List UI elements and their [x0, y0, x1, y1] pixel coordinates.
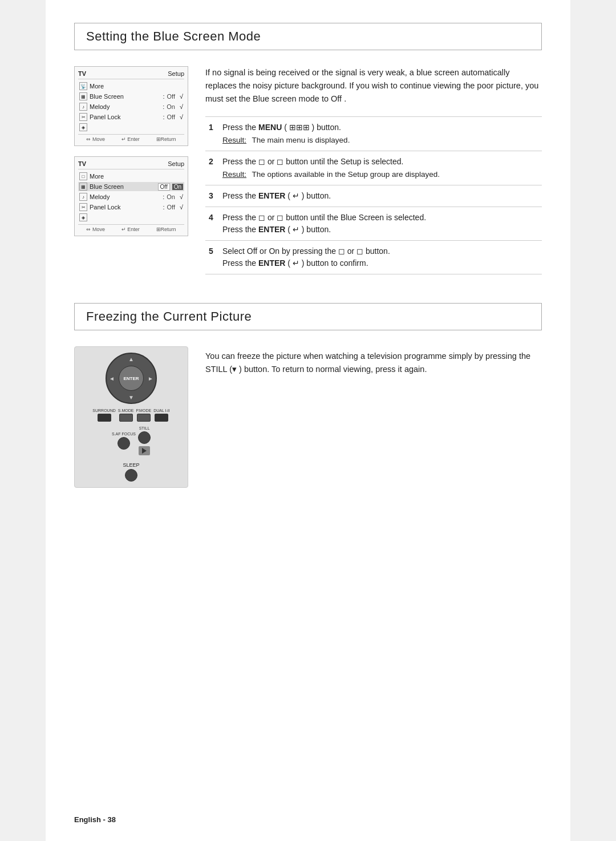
dual-group: DUAL I-II — [153, 409, 170, 422]
step-1-row: 1 Press the MENU ( ⊞⊞⊞ ) button. Result:… — [205, 116, 542, 151]
remote-image: ▲ ▼ ◄ ► ENTER SURROUND — [74, 346, 188, 488]
screen2-on-box: On — [172, 184, 183, 190]
pmode-btn[interactable] — [137, 414, 151, 422]
remote-column: ▲ ▼ ◄ ► ENTER SURROUND — [74, 346, 188, 488]
screen2-move: ⇔ Move — [86, 227, 105, 232]
screen2-blue-screen-row: ▦ Blue Screen Off On — [78, 182, 184, 191]
screen1-blue-label: Blue Screen — [90, 93, 160, 100]
screen2-return: ⊞Return — [156, 227, 176, 232]
screen2-more-row: □ More — [78, 172, 184, 181]
dual-btn[interactable] — [155, 414, 168, 422]
still-btn[interactable] — [138, 431, 151, 444]
blue-screen-title: Setting the Blue Screen Mode — [74, 23, 542, 50]
step-5-content: Select Off or On by pressing the ◻ or ◻ … — [219, 241, 542, 274]
still-group: STILL — [138, 426, 151, 455]
screen1-melody-row: ♪ Melody : On √ — [78, 102, 184, 111]
freezing-title: Freezing the Current Picture — [74, 303, 542, 330]
screen1-panel-sep: : — [163, 114, 164, 120]
step-3-content: Press the ENTER ( ↵ ) button. — [219, 185, 542, 207]
screen2-header: TV Setup — [78, 160, 184, 169]
screen1-menu: 📡 More ▦ Blue Screen : Off √ ♪ Melo — [78, 82, 184, 132]
freeze-intro-text: You can freeze the picture when watching… — [205, 350, 542, 376]
tv-screen-2: TV Setup □ More ▦ Blue Screen Off On — [74, 156, 188, 236]
instructions-column: If no signal is being received or the si… — [205, 66, 542, 274]
screen1-sound-icon: ♪ — [79, 103, 87, 111]
surround-group: SURROUND — [92, 409, 115, 422]
result-text-2: The options available in the Setup group… — [252, 170, 440, 179]
screen1-enter: ↵ Enter — [121, 136, 140, 142]
surround-btn[interactable] — [98, 414, 111, 422]
saf-focus-btn[interactable] — [117, 437, 130, 450]
step-1-num: 1 — [205, 116, 219, 151]
screen2-panel-sep: : — [163, 204, 164, 211]
step-4-text2: Press the ENTER ( ↵ ) button. — [222, 225, 331, 234]
screen2-footer: ⇔ Move ↵ Enter ⊞Return — [78, 224, 184, 232]
step-5-num: 5 — [205, 241, 219, 274]
screen1-extra-icon: ◈ — [79, 123, 87, 131]
screen1-melody-check: √ — [180, 103, 183, 110]
step-2-result: Result: The options available in the Set… — [222, 169, 538, 180]
screen1-panel-check: √ — [180, 114, 183, 120]
step-5-text: Select Off or On by pressing the ◻ or ◻ … — [222, 246, 390, 256]
step-4-row: 4 Press the ◻ or ◻ button until the Blue… — [205, 207, 542, 241]
blue-screen-intro: If no signal is being received or the si… — [205, 66, 542, 106]
result-label-1: Result: — [222, 136, 246, 144]
dual-label: DUAL I-II — [153, 409, 170, 413]
blue-screen-section: Setting the Blue Screen Mode TV Setup 📡 … — [74, 23, 542, 274]
pmode-label: P.MODE — [136, 409, 151, 413]
step-2-content: Press the ◻ or ◻ button until the Setup … — [219, 151, 542, 185]
step-5-row: 5 Select Off or On by pressing the ◻ or … — [205, 241, 542, 274]
screen2-blue-label: Blue Screen — [90, 183, 153, 190]
step-3-row: 3 Press the ENTER ( ↵ ) button. — [205, 185, 542, 207]
smode-btn[interactable] — [119, 414, 133, 422]
screen1-more-row: 📡 More — [78, 82, 184, 91]
sleep-btn[interactable] — [125, 469, 137, 482]
up-arrow: ▲ — [128, 356, 134, 362]
screen1-return: ⊞Return — [156, 136, 176, 142]
step-1-text: Press the MENU ( ⊞⊞⊞ ) button. — [222, 123, 341, 132]
screen2-melody-row: ♪ Melody : On √ — [78, 192, 184, 201]
screen2-menu: □ More ▦ Blue Screen Off On ♪ Melody — [78, 172, 184, 222]
screen1-footer: ⇔ Move ↵ Enter ⊞Return — [78, 134, 184, 142]
step-5-text2: Press the ENTER ( ↵ ) button to confirm. — [222, 258, 368, 268]
step-1-content: Press the MENU ( ⊞⊞⊞ ) button. Result: T… — [219, 116, 542, 151]
step-4-num: 4 — [205, 207, 219, 241]
step-2-row: 2 Press the ◻ or ◻ button until the Setu… — [205, 151, 542, 185]
sleep-label: SLEEP — [123, 462, 139, 468]
screen2-enter: ↵ Enter — [121, 227, 140, 232]
screen1-setup-label: Setup — [168, 70, 184, 77]
page-footer: English - 38 — [74, 815, 116, 824]
freezing-section: Freezing the Current Picture ▲ ▼ ◄ ► ENT… — [74, 303, 542, 488]
screen2-panel-value: Off — [167, 204, 175, 211]
directional-ring: ▲ ▼ ◄ ► ENTER — [106, 353, 157, 404]
left-arrow: ◄ — [109, 375, 115, 382]
step-3-text: Press the ENTER ( ↵ ) button. — [222, 191, 331, 200]
enter-bold-5: ENTER — [258, 258, 285, 268]
menu-bold: MENU — [258, 123, 282, 132]
enter-bold-3: ENTER — [258, 191, 285, 200]
enter-center-button[interactable]: ENTER — [119, 366, 144, 391]
freezing-content: ▲ ▼ ◄ ► ENTER SURROUND — [74, 346, 542, 488]
screen1-blue-check: √ — [180, 93, 183, 100]
right-arrow: ► — [148, 375, 153, 382]
result-label-2: Result: — [222, 170, 246, 179]
screen2-melody-label: Melody — [90, 193, 160, 200]
bottom-buttons-row: S.AF FOCUS STILL — [80, 426, 182, 455]
screen1-lock-icon: ✂ — [79, 113, 87, 121]
screen1-picture-icon: ▦ — [79, 92, 87, 100]
screen1-melody-value: On — [167, 103, 175, 110]
smode-group: S.MODE — [118, 409, 134, 422]
freeze-text-column: You can freeze the picture when watching… — [205, 346, 542, 376]
footer-text: English - 38 — [74, 815, 116, 824]
screen1-panel-value: Off — [167, 114, 175, 120]
screen2-extra-icon: ◈ — [79, 213, 87, 221]
screen2-sound-icon: ♪ — [79, 193, 87, 201]
screenshots-column: TV Setup 📡 More ▦ Blue Screen : Off — [74, 66, 188, 236]
screen1-more-label: More — [90, 83, 104, 90]
screen2-off-box: Off — [158, 183, 170, 191]
screen1-header: TV Setup — [78, 70, 184, 79]
still-label: STILL — [139, 426, 150, 430]
screen1-move: ⇔ Move — [86, 136, 105, 142]
function-buttons-row: SURROUND S.MODE P.MODE DUAL I-II — [80, 409, 182, 422]
sleep-group: SLEEP — [123, 462, 139, 482]
